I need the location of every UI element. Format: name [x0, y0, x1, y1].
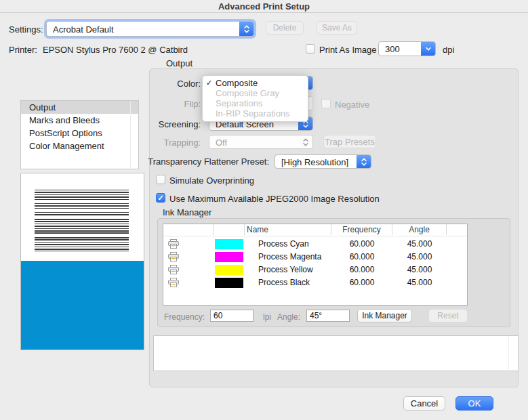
frequency-input[interactable]	[210, 310, 253, 322]
frequency-label: Frequency:	[164, 312, 205, 322]
sidebar-item-marks-and-bleeds[interactable]: Marks and Bleeds	[21, 114, 138, 127]
column-swatch[interactable]	[214, 224, 245, 235]
flattener-label: Transparency Flattener Preset:	[148, 156, 269, 167]
menu-item-label: Composite	[216, 78, 258, 88]
ink-name: Process Magenta	[258, 252, 321, 261]
dpi-combobox-value: 300	[385, 44, 400, 54]
checkmark-icon: ✓	[157, 194, 163, 202]
ink-angle: 45.000	[392, 265, 447, 274]
output-section-title: Output	[166, 58, 192, 68]
printer-icon[interactable]	[168, 239, 179, 251]
ink-row-cyan[interactable]: Process Cyan 60.000 45.000	[163, 238, 467, 251]
title-bar: Advanced Print Setup	[0, 0, 528, 13]
ok-button[interactable]: OK	[455, 396, 493, 411]
flattener-dropdown[interactable]: [High Resolution]	[275, 154, 371, 169]
down-chevron-icon	[421, 42, 435, 56]
sidebar-item-postscript-options[interactable]: PostScript Options	[21, 127, 138, 140]
menu-item-label: In-RIP Separations	[216, 108, 290, 119]
category-list: Output Marks and Bleeds PostScript Optio…	[20, 100, 139, 169]
dpi-unit-label: dpi	[443, 45, 454, 55]
description-box	[153, 335, 519, 371]
ink-row-magenta[interactable]: Process Magenta 60.000 45.000	[163, 251, 467, 264]
simulate-overprinting-checkbox[interactable]	[156, 175, 165, 184]
column-angle[interactable]: Angle	[392, 224, 447, 235]
ink-row-yellow[interactable]: Process Yellow 60.000 45.000	[163, 264, 467, 276]
settings-dropdown-value: Acrobat Default	[53, 24, 114, 34]
print-as-image-checkbox[interactable]	[306, 44, 315, 54]
menu-item-separations[interactable]: Separations	[203, 98, 308, 108]
flattener-dropdown-value: [High Resolution]	[281, 156, 348, 167]
preview-blue-image	[21, 261, 144, 350]
color-label: Color:	[177, 79, 201, 89]
negative-checkbox[interactable]	[321, 99, 331, 108]
ink-frequency: 60.000	[331, 239, 392, 249]
reset-button[interactable]: Reset	[428, 309, 468, 322]
lpi-label: lpi	[263, 312, 271, 322]
column-extra	[447, 224, 468, 235]
printer-icon[interactable]	[168, 278, 179, 290]
ink-color-swatch	[215, 252, 243, 262]
dialog-title: Advanced Print Setup	[0, 1, 528, 12]
trapping-dropdown[interactable]: Off	[209, 135, 313, 149]
flip-label: Flip:	[184, 99, 201, 109]
ink-color-swatch	[215, 239, 243, 249]
dpi-combobox[interactable]: 300	[378, 41, 436, 56]
ink-manager-button[interactable]: Ink Manager	[357, 309, 412, 322]
ink-color-swatch	[215, 265, 243, 275]
print-as-image-label: Print As Image	[319, 45, 377, 55]
cancel-button[interactable]: Cancel	[403, 396, 445, 411]
negative-label: Negative	[335, 100, 369, 110]
ink-angle: 45.000	[392, 252, 447, 261]
updown-chevron-icon	[298, 135, 312, 148]
printer-value: EPSON Stylus Pro 7600 2 @ Catbird	[43, 45, 188, 55]
jpeg2000-checkbox[interactable]: ✓	[156, 193, 165, 203]
sidebar-item-color-management[interactable]: Color Management	[21, 140, 138, 152]
color-dropdown-menu: ✓ Composite Composite Gray Separations I…	[202, 75, 308, 122]
angle-input[interactable]	[306, 310, 350, 322]
ink-manager-section-title: Ink Manager	[163, 207, 211, 217]
menu-item-in-rip-separations[interactable]: In-RIP Separations	[203, 108, 308, 119]
ink-color-swatch	[215, 278, 243, 288]
delete-button[interactable]: Delete	[266, 21, 304, 35]
menu-item-label: Composite Gray	[216, 88, 279, 98]
menu-item-label: Separations	[216, 98, 262, 108]
page-preview	[20, 173, 144, 350]
menu-item-composite-gray[interactable]: Composite Gray	[203, 88, 308, 98]
ink-table-header: Name Frequency Angle	[163, 224, 467, 236]
checkmark-icon: ✓	[206, 78, 212, 88]
screening-label: Screening:	[159, 119, 201, 129]
printer-label: Printer:	[9, 45, 37, 55]
ink-frequency: 60.000	[331, 278, 392, 287]
settings-dropdown[interactable]: Acrobat Default	[46, 21, 254, 37]
jpeg2000-label: Use Maximum Available JPEG2000 Image Res…	[169, 194, 380, 204]
ink-name: Process Yellow	[258, 265, 313, 274]
printer-icon[interactable]	[168, 252, 179, 264]
sidebar-item-output[interactable]: Output	[21, 101, 138, 114]
ink-frequency: 60.000	[331, 252, 392, 261]
column-frequency[interactable]: Frequency	[331, 224, 392, 235]
trap-presets-button[interactable]: Trap Presets	[323, 135, 376, 148]
preview-text-block	[35, 190, 129, 253]
updown-chevron-icon	[239, 22, 253, 36]
ink-name: Process Black	[258, 278, 310, 287]
simulate-overprinting-label: Simulate Overprinting	[169, 175, 254, 186]
trapping-label: Trapping:	[164, 138, 201, 148]
description-scrollbar-track	[508, 337, 509, 370]
ink-table: Name Frequency Angle Process Cyan 60.000…	[163, 224, 468, 306]
save-as-button[interactable]: Save As	[317, 21, 357, 35]
ink-row-black[interactable]: Process Black 60.000 45.000	[163, 276, 467, 289]
list-scrollbar-track	[130, 102, 131, 168]
printer-icon[interactable]	[168, 265, 179, 277]
updown-chevron-icon	[357, 155, 371, 168]
advanced-print-setup-dialog: Advanced Print Setup Settings: Acrobat D…	[0, 0, 528, 420]
ink-frequency: 60.000	[331, 265, 392, 274]
trapping-dropdown-value: Off	[216, 137, 227, 147]
ink-angle: 45.000	[392, 278, 447, 287]
settings-label: Settings:	[9, 24, 43, 35]
ink-name: Process Cyan	[258, 239, 309, 249]
ink-angle: 45.000	[392, 239, 447, 249]
angle-label: Angle:	[277, 312, 300, 322]
column-print-icon[interactable]	[163, 224, 214, 235]
column-name[interactable]: Name	[245, 224, 331, 235]
menu-item-composite[interactable]: ✓ Composite	[203, 78, 308, 88]
